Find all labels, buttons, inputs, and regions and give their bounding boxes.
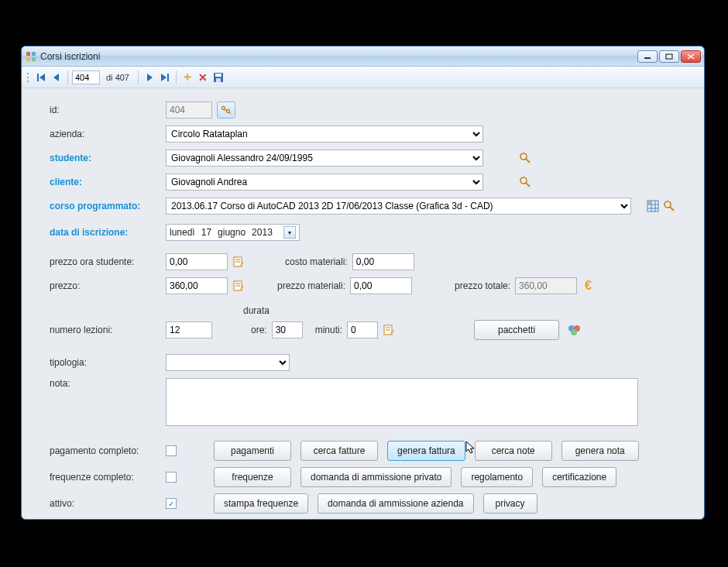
svg-rect-5 xyxy=(666,54,672,59)
label-cliente: cliente: xyxy=(50,177,166,187)
record-navigator: di 407 ＋ ✕ xyxy=(22,67,704,88)
date-weekday: lunedì xyxy=(170,227,195,238)
svg-rect-2 xyxy=(26,57,30,61)
tipologia-select[interactable] xyxy=(166,354,290,371)
genera-nota-button[interactable]: genera nota xyxy=(561,441,639,461)
id-field xyxy=(166,101,212,119)
azienda-select[interactable]: Circolo Ratataplan xyxy=(166,125,483,143)
stampa-frequenze-button[interactable]: stampa frequenze xyxy=(214,493,308,514)
date-year: 2013 xyxy=(252,227,273,238)
domanda-privato-button[interactable]: domanda di ammissione privato xyxy=(300,467,452,487)
pacchetti-icon[interactable] xyxy=(567,322,582,338)
label-studente: studente: xyxy=(50,153,166,163)
prezzo-totale-field xyxy=(515,277,577,294)
studente-select[interactable]: Giovagnoli Alessandro 24/09/1995 xyxy=(166,149,483,167)
minimize-button[interactable] xyxy=(637,50,658,63)
prezzo-ora-studente-field[interactable] xyxy=(166,253,228,270)
edit-prezzo-button[interactable] xyxy=(231,278,246,294)
maximize-button[interactable] xyxy=(659,50,679,63)
edit-prezzo-ora-button[interactable] xyxy=(231,254,246,270)
corso-grid-button[interactable] xyxy=(647,198,660,214)
nav-first-button[interactable] xyxy=(34,70,48,84)
pagamento-completo-checkbox[interactable] xyxy=(166,445,177,456)
minuti-field[interactable] xyxy=(347,321,378,338)
close-button[interactable] xyxy=(681,50,701,63)
frequenze-completo-checkbox[interactable] xyxy=(166,472,177,483)
svg-rect-13 xyxy=(167,74,169,81)
date-month: giugno xyxy=(218,227,246,238)
nav-position-input[interactable] xyxy=(72,70,100,84)
ore-field[interactable] xyxy=(272,321,303,338)
svg-rect-8 xyxy=(37,74,39,81)
label-frequenze-completo: frequenze completo: xyxy=(50,472,166,483)
label-nota: nota: xyxy=(50,378,166,389)
label-tipologia: tipologia: xyxy=(50,357,166,368)
certificazione-button[interactable]: certificazione xyxy=(542,467,616,487)
cliente-select[interactable]: Giovagnoli Andrea xyxy=(166,174,483,191)
svg-rect-15 xyxy=(215,74,221,77)
numero-lezioni-field[interactable] xyxy=(166,321,212,338)
svg-point-21 xyxy=(520,153,527,160)
attivo-checkbox[interactable]: ✓ xyxy=(166,498,177,509)
svg-rect-0 xyxy=(26,52,30,56)
cerca-fatture-button[interactable]: cerca fatture xyxy=(300,441,378,461)
search-studente-button[interactable] xyxy=(517,150,533,166)
search-corso-button[interactable] xyxy=(663,198,676,214)
nav-next-button[interactable] xyxy=(143,70,156,84)
svg-rect-3 xyxy=(32,57,36,61)
svg-rect-30 xyxy=(648,201,651,204)
svg-point-31 xyxy=(664,201,671,208)
svg-point-17 xyxy=(222,107,225,110)
genera-fattura-button[interactable]: genera fattura xyxy=(387,441,465,461)
edit-durata-button[interactable] xyxy=(381,322,397,338)
prezzo-field[interactable] xyxy=(166,277,228,294)
label-prezzo-ora-studente: prezzo ora studente: xyxy=(50,256,166,267)
svg-line-32 xyxy=(670,207,674,211)
toolbar-grip-icon xyxy=(26,72,31,83)
nav-prev-button[interactable] xyxy=(50,70,64,84)
label-id: id: xyxy=(50,105,166,115)
svg-point-19 xyxy=(227,110,230,113)
svg-marker-12 xyxy=(161,74,167,81)
pacchetti-button[interactable]: pacchetti xyxy=(474,320,559,340)
corso-select[interactable]: 2013.06.17 Corso di AutoCAD 2013 2D 17/0… xyxy=(166,198,631,215)
label-durata: durata xyxy=(243,305,270,316)
costo-materiali-field[interactable] xyxy=(352,253,414,270)
regolamento-button[interactable]: regolamento xyxy=(461,467,533,487)
pagamenti-button[interactable]: pagamenti xyxy=(214,441,291,461)
separator xyxy=(138,70,139,84)
form-content: id: azienda: Circolo Ratataplan studente… xyxy=(22,88,704,520)
search-id-button[interactable] xyxy=(217,101,235,119)
nav-delete-button[interactable]: ✕ xyxy=(196,70,210,84)
svg-line-20 xyxy=(229,112,231,114)
window-corsi-iscrizioni: Corsi iscrizioni di 407 ＋ ✕ xyxy=(21,46,705,520)
nota-textarea[interactable] xyxy=(166,378,638,426)
nav-last-button[interactable] xyxy=(158,70,172,84)
svg-rect-16 xyxy=(216,78,221,82)
label-numero-lezioni: numero lezioni: xyxy=(50,325,166,335)
svg-point-23 xyxy=(520,177,527,184)
calendar-dropdown-icon[interactable]: ▾ xyxy=(283,226,296,239)
label-prezzo-totale: prezzo totale: xyxy=(455,280,510,291)
nav-add-button[interactable]: ＋ xyxy=(180,70,194,84)
label-attivo: attivo: xyxy=(50,498,166,509)
label-prezzo: prezzo: xyxy=(50,280,166,291)
nav-save-button[interactable] xyxy=(211,70,225,84)
frequenze-button[interactable]: frequenze xyxy=(214,467,291,487)
label-corso: corso programmato: xyxy=(50,201,166,211)
svg-marker-10 xyxy=(53,74,59,81)
domanda-azienda-button[interactable]: domanda di ammissione azienda xyxy=(318,493,473,514)
privacy-button[interactable]: privacy xyxy=(483,493,537,514)
label-pagamento-completo: pagamento completo: xyxy=(50,445,166,456)
window-title: Corsi iscrizioni xyxy=(40,51,100,62)
prezzo-materiali-field[interactable] xyxy=(350,277,412,294)
svg-line-24 xyxy=(526,183,530,187)
search-cliente-button[interactable] xyxy=(517,174,533,190)
data-iscrizione-picker[interactable]: lunedì 17 giugno 2013 ▾ xyxy=(166,224,300,241)
label-azienda: azienda: xyxy=(50,129,166,139)
label-costo-materiali: costo materiali: xyxy=(285,256,348,267)
titlebar[interactable]: Corsi iscrizioni xyxy=(22,46,704,67)
svg-line-22 xyxy=(526,159,530,163)
label-prezzo-materiali: prezzo materiali: xyxy=(277,280,345,291)
cerca-note-button[interactable]: cerca note xyxy=(475,441,552,461)
